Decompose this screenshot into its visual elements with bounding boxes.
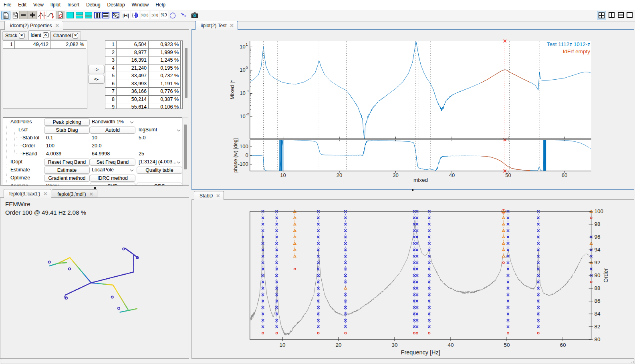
tile-single-icon[interactable] [625,11,634,19]
menu-help[interactable]: Help [152,0,169,10]
tab-stabd-close-icon[interactable]: ✕ [216,194,220,198]
tab-feplot-cax1-close-icon[interactable]: ✕ [43,192,47,196]
zoom-out-icon[interactable] [19,11,28,19]
menu-view[interactable]: View [30,0,47,10]
estimate-button[interactable]: Estimate [44,167,90,174]
iiplot-axes[interactable]: 10110010-110-21020304050601000-100Mixed … [192,30,633,189]
idrc-method-button[interactable]: IDRC method [90,175,135,182]
feplot-wireframe[interactable] [0,198,188,358]
reset-freq-band-button[interactable]: Reset Freq Band [44,159,90,166]
autoid-button[interactable]: AutoId [90,127,135,134]
table-row[interactable]: 28,9771,999 % [105,49,182,57]
subtab-channel[interactable]: Channel✕ [50,31,81,40]
peak-picking-button[interactable]: Peak picking [44,119,90,126]
chevron-down-icon[interactable] [131,121,134,124]
tree-label[interactable]: Estimate [10,167,30,173]
curve-properties-icon[interactable] [1,11,10,20]
tab-idcom-properties[interactable]: idcom(2) Properties ✕ [4,21,63,30]
table-row[interactable]: 421,2400,195 % [105,64,182,72]
tree-scrollbar[interactable] [182,117,188,185]
resize-grip-icon[interactable] [630,360,634,364]
subtab-stack[interactable]: Stack✕ [2,31,27,40]
table-row[interactable]: 533,4970,732 % [105,72,182,80]
abs-of-h-icon[interactable]: |H| [121,11,130,19]
table-row[interactable]: 850,2140,387 % [105,96,182,104]
tree-label[interactable]: Analyze [10,183,28,186]
tree-value[interactable]: 64.9998 [92,151,110,157]
tab-feplot-mdl-close-icon[interactable]: ✕ [89,192,93,196]
ods-button[interactable]: ODS [137,183,182,186]
expand-icon[interactable] [5,160,9,164]
waterfall-view-icon[interactable] [111,11,120,19]
current-pole-table[interactable]: 149,4122,082 % [3,40,87,109]
tab-iiplot-test[interactable]: iiplot(2) Test ✕ [195,21,238,30]
subtab-close-icon[interactable]: ✕ [19,33,24,38]
table-row[interactable]: 16,5040,923 % [105,41,182,49]
chevron-down-icon[interactable] [177,129,181,132]
magnitude-phase-icon[interactable] [131,11,139,19]
real-imag-icon[interactable]: ℜℑ [159,11,168,19]
nyquist-icon[interactable] [168,11,177,19]
tree-label[interactable]: IDopt [10,159,22,165]
pole-table-scrollbar[interactable] [184,40,188,108]
move-left-button[interactable]: <- [88,75,105,84]
menu-desktop[interactable]: Desktop [104,0,128,10]
layout-two-rows-icon[interactable] [75,11,83,19]
tab-iiplot-close-icon[interactable]: ✕ [230,24,234,28]
svd-button[interactable]: SVD [90,183,135,186]
tree-label[interactable]: Lscf [18,127,28,133]
imag-of-h-icon[interactable]: ℑ(H) [150,11,159,19]
menu-debug[interactable]: Debug [83,0,103,10]
table-row[interactable]: 633,9931,191 % [105,80,182,88]
tree-value[interactable]: 25 [139,151,144,157]
subtab-close-icon[interactable]: ✕ [43,32,48,38]
stabd-axes[interactable]: 10203040506080828486889092949698100Order… [192,200,633,358]
real-of-h-icon[interactable]: ℜ(H) [140,11,149,19]
table-row[interactable]: 149,4122,082 % [3,41,87,49]
tree-label[interactable]: StabTol [22,135,39,141]
set-freq-band-button[interactable]: Set Freq Band [90,159,135,166]
tree-label[interactable]: FBand [22,151,37,157]
table-row[interactable]: 955,6140,106 % [105,103,182,109]
tree-value[interactable]: Show [46,183,58,186]
tree-value[interactable]: 4.0039 [46,151,61,157]
layout-uneven-rows-icon[interactable] [84,11,93,19]
tree-label[interactable]: Order [22,143,35,149]
tree-label[interactable]: Optimize [10,175,30,181]
table-row[interactable]: 736,1660,776 % [105,88,182,96]
snapshot-icon[interactable] [190,11,199,19]
pole-table[interactable]: 16,5040,923 %28,9771,999 %316,3911,245 %… [105,40,183,109]
collapse-icon[interactable] [5,120,9,124]
chevron-down-icon[interactable] [177,161,181,164]
menu-file[interactable]: File [0,0,14,10]
move-right-button[interactable]: -> [88,65,105,74]
menu-edit[interactable]: Edit [15,0,30,10]
subtab-ident[interactable]: Ident✕ [28,30,50,40]
tab-idcom-close-icon[interactable]: ✕ [55,24,59,28]
zoom-in-icon[interactable] [28,11,37,19]
tree-value[interactable]: 20.0 [92,143,101,149]
tab-stabd[interactable]: StabD ✕ [194,191,224,200]
tile-rows-icon[interactable] [617,11,625,19]
menu-ilplot[interactable]: Ilplot [47,0,64,10]
tab-feplot-cax1[interactable]: feplot(3,'cax1') ✕ [4,189,51,198]
collapse-icon[interactable] [13,128,17,132]
rows-view-icon[interactable] [101,11,110,19]
dropdown-value[interactable]: Bandwidth 1% [92,119,124,125]
chevron-down-icon[interactable] [131,169,134,172]
tree-value[interactable]: 100 [46,143,54,149]
unwrapped-phase-icon[interactable] [179,11,188,19]
dropdown-value[interactable]: [1:3124] (4.003... [139,159,177,165]
tile-2x2-icon[interactable] [597,11,606,20]
subtab-close-icon[interactable]: ✕ [73,33,78,38]
dropdown-value[interactable]: LocalPole [92,167,114,173]
refresh-plot-icon[interactable] [56,11,65,19]
tab-feplot-mdl[interactable]: feplot(3,'mdl') ✕ [52,189,97,198]
tree-label[interactable]: AddPoles [10,119,32,125]
band-cursor-icon[interactable] [38,11,46,19]
expand-icon[interactable] [5,168,9,172]
expand-icon[interactable] [5,176,9,180]
model-properties-icon[interactable] [11,11,19,19]
quality-table-button[interactable]: Quality table [137,167,182,174]
tree-value[interactable]: 0.1 [46,135,53,141]
